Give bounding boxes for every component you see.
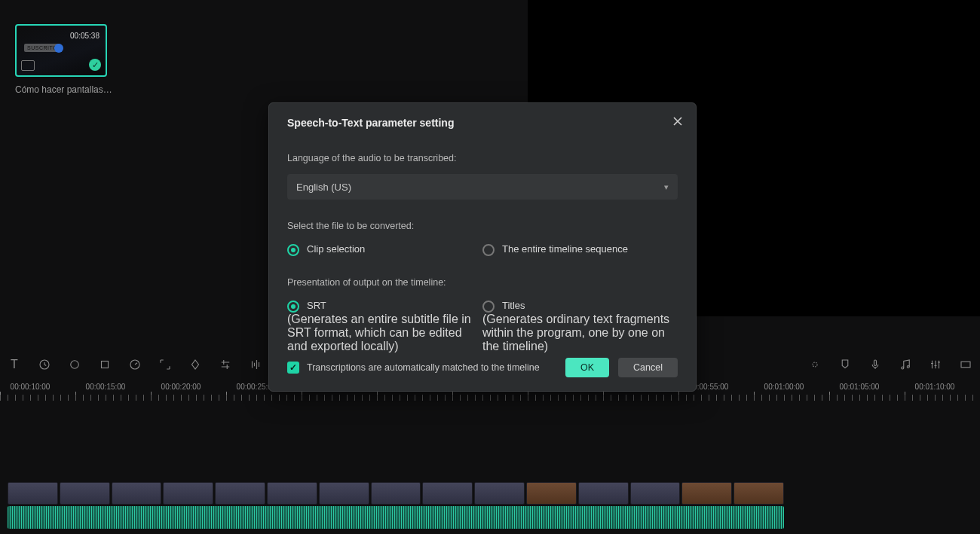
radio-clip-selection[interactable]: Clip selection	[287, 243, 482, 256]
language-label: Language of the audio to be transcribed:	[287, 153, 678, 163]
radio-icon	[482, 301, 495, 313]
checkbox-icon: ✓	[287, 362, 299, 374]
radio-description: (Generates ordinary text fragments withi…	[482, 313, 678, 353]
modal-overlay: Speech-to-Text parameter setting Languag…	[0, 0, 980, 534]
cancel-button[interactable]: Cancel	[618, 358, 678, 377]
radio-icon	[287, 301, 299, 313]
radio-label: SRT	[307, 300, 326, 311]
dialog-title: Speech-to-Text parameter setting	[287, 117, 678, 129]
checkbox-label: Transcriptions are automatically matched…	[307, 362, 540, 373]
speech-to-text-dialog: Speech-to-Text parameter setting Languag…	[268, 102, 697, 392]
radio-description: (Generates an entire subtitle file in SR…	[287, 313, 482, 353]
radio-titles[interactable]: Titles	[482, 300, 678, 313]
language-select[interactable]: English (US) ▾	[287, 174, 678, 200]
chevron-down-icon: ▾	[664, 182, 669, 192]
file-select-label: Select the file to be converted:	[287, 221, 678, 231]
ok-button[interactable]: OK	[565, 358, 609, 377]
radio-label: The entire timeline sequence	[502, 243, 628, 255]
close-button[interactable]	[670, 114, 685, 129]
output-label: Presentation of output on the timeline:	[287, 277, 678, 288]
radio-label: Clip selection	[307, 243, 365, 255]
radio-entire-timeline[interactable]: The entire timeline sequence	[482, 243, 678, 256]
auto-match-checkbox[interactable]: ✓ Transcriptions are automatically match…	[287, 362, 540, 374]
language-value: English (US)	[296, 182, 351, 193]
radio-label: Titles	[502, 300, 525, 311]
radio-icon	[287, 244, 299, 256]
close-icon	[672, 116, 683, 127]
radio-srt[interactable]: SRT	[287, 300, 482, 313]
radio-icon	[482, 244, 495, 256]
